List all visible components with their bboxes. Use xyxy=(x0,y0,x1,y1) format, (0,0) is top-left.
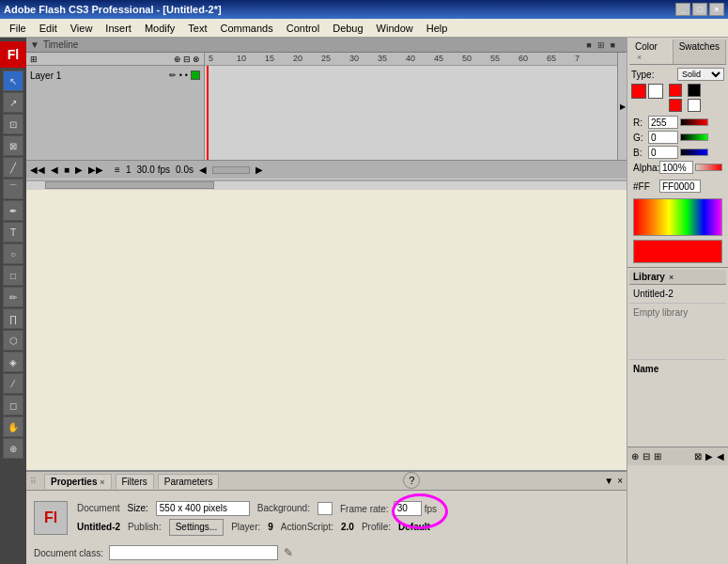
tl-btn-2[interactable]: ◀ xyxy=(51,164,58,175)
b-input[interactable] xyxy=(648,146,678,159)
color-gradient-bar[interactable] xyxy=(633,198,722,236)
timeline-expand-right[interactable]: ▶ xyxy=(620,102,626,111)
title-bar-controls: _ □ × xyxy=(675,3,724,16)
tab-swatches[interactable]: Swatches xyxy=(674,39,726,64)
close-button[interactable]: × xyxy=(709,3,724,16)
menu-edit[interactable]: Edit xyxy=(34,21,63,36)
tl-scroll-bar[interactable] xyxy=(212,166,250,174)
g-slider[interactable] xyxy=(680,133,708,141)
tool-eyedropper[interactable]: ∕ xyxy=(3,373,23,394)
layer-1-row[interactable]: Layer 1 ✏ • • xyxy=(26,66,204,85)
tool-paintbucket[interactable]: ◈ xyxy=(3,352,23,372)
help-button[interactable]: ? xyxy=(403,472,420,489)
tl-btn-end[interactable]: ▶▶ xyxy=(88,164,103,175)
minimize-button[interactable]: _ xyxy=(675,3,690,16)
tl-nav-left[interactable]: ◀ xyxy=(199,164,207,175)
maximize-button[interactable]: □ xyxy=(692,3,707,16)
size-input[interactable] xyxy=(156,501,250,516)
tl-btn-stop[interactable]: ■ xyxy=(64,164,70,175)
center-area: ▼ Timeline ■ ⊞ ■ ⊞ ⊕ xyxy=(26,38,627,564)
tab-properties[interactable]: Properties × xyxy=(44,474,112,489)
tl-btn-1[interactable]: ◀◀ xyxy=(30,164,45,175)
tool-free-transform[interactable]: ⊡ xyxy=(3,114,23,134)
hex-input[interactable] xyxy=(659,180,701,193)
doc-class-input[interactable] xyxy=(109,545,278,560)
menu-help[interactable]: Help xyxy=(421,21,454,36)
color-type-select[interactable]: Solid xyxy=(677,68,724,81)
tool-oval[interactable]: ○ xyxy=(3,243,23,264)
menu-debug[interactable]: Debug xyxy=(327,21,368,36)
tool-arrow[interactable]: ↖ xyxy=(3,70,23,91)
layer-delete-icon[interactable]: ⊗ xyxy=(193,55,200,64)
fg-color-swatch[interactable] xyxy=(631,84,646,99)
tab-filters[interactable]: Filters xyxy=(116,474,154,489)
layer-folder-icon[interactable]: ⊟ xyxy=(183,55,191,64)
g-input[interactable] xyxy=(648,131,678,144)
timeline: ▼ Timeline ■ ⊞ ■ ⊞ ⊕ xyxy=(26,38,627,160)
stroke-swatch[interactable] xyxy=(669,84,682,97)
tab-parameters[interactable]: Parameters xyxy=(158,474,220,489)
doc-class-edit-icon[interactable]: ✎ xyxy=(284,546,293,559)
bg-color-swatch-small[interactable] xyxy=(648,84,663,99)
tool-pen[interactable]: ✒ xyxy=(3,200,23,221)
ruler-toggle[interactable]: ⊞ xyxy=(30,55,38,64)
timeline-collapse-icon[interactable]: ▼ xyxy=(30,39,39,50)
layer-dot-icon: • xyxy=(179,70,182,80)
tool-hand[interactable]: ✋ xyxy=(3,416,23,437)
menu-modify[interactable]: Modify xyxy=(139,21,180,36)
props-panel-close[interactable]: × xyxy=(617,476,623,486)
layer-add-icon[interactable]: ⊕ xyxy=(174,55,181,64)
tool-inkbottle[interactable]: ⬡ xyxy=(3,330,23,351)
props-panel-min[interactable]: ▼ xyxy=(604,476,613,486)
lib-icon-5[interactable]: ▶ xyxy=(705,451,713,462)
settings-button[interactable]: Settings... xyxy=(169,519,224,536)
tool-pencil[interactable]: ✏ xyxy=(3,287,23,307)
menu-window[interactable]: Window xyxy=(371,21,419,36)
tool-zoom[interactable]: ⊕ xyxy=(3,438,23,459)
menu-insert[interactable]: Insert xyxy=(100,21,137,36)
tool-line[interactable]: ╱ xyxy=(3,157,23,178)
menu-view[interactable]: View xyxy=(65,21,99,36)
h-scrollbar[interactable] xyxy=(26,180,627,190)
fps-label: Frame rate: xyxy=(340,503,389,513)
tl-btn-play[interactable]: ▶ xyxy=(75,164,83,175)
tool-subselect[interactable]: ↗ xyxy=(3,92,23,113)
canvas-wrapper xyxy=(26,180,627,470)
menu-text[interactable]: Text xyxy=(182,21,212,36)
tool-gradient[interactable]: ⊠ xyxy=(3,135,23,156)
bg-color-swatch[interactable] xyxy=(318,502,333,515)
lib-icon-1[interactable]: ⊕ xyxy=(631,451,639,462)
menu-control[interactable]: Control xyxy=(281,21,325,36)
color-tab-close[interactable]: × xyxy=(635,53,643,62)
r-input[interactable] xyxy=(648,116,678,129)
black-swatch[interactable] xyxy=(688,84,701,97)
tool-brush[interactable]: ∏ xyxy=(3,308,23,329)
tool-rect[interactable]: □ xyxy=(3,265,23,286)
lib-icon-4[interactable]: ⊠ xyxy=(694,451,702,462)
b-slider[interactable] xyxy=(680,149,708,156)
menu-file[interactable]: File xyxy=(4,21,32,36)
lib-icon-3[interactable]: ⊞ xyxy=(654,451,661,462)
props-tab-close[interactable]: × xyxy=(100,478,104,487)
fill-swatch[interactable] xyxy=(669,99,682,112)
props-doc-icon: Fl xyxy=(34,501,68,535)
tab-color[interactable]: Color × xyxy=(629,39,674,64)
h-scrollbar-thumb[interactable] xyxy=(45,181,214,189)
library-close-icon[interactable]: × xyxy=(669,273,674,282)
tool-text[interactable]: T xyxy=(3,222,23,243)
layer-color-box xyxy=(191,70,200,80)
tl-nav-right[interactable]: ▶ xyxy=(256,164,263,175)
player-value: 9 xyxy=(268,522,273,532)
lib-icon-2[interactable]: ⊟ xyxy=(643,451,650,462)
doc-name: Untitled-2 xyxy=(77,522,120,532)
r-slider[interactable] xyxy=(680,118,708,126)
alpha-input[interactable] xyxy=(659,161,693,174)
lib-icon-6[interactable]: ◀ xyxy=(717,451,724,462)
alpha-slider[interactable] xyxy=(695,164,722,171)
props-doc-class-row: Document class: ✎ xyxy=(26,545,627,564)
fps-input[interactable] xyxy=(394,501,422,516)
menu-commands[interactable]: Commands xyxy=(214,21,278,36)
tool-eraser[interactable]: ◻ xyxy=(3,395,23,415)
tool-lasso[interactable]: ⌒ xyxy=(3,179,23,199)
white-swatch[interactable] xyxy=(688,99,701,112)
